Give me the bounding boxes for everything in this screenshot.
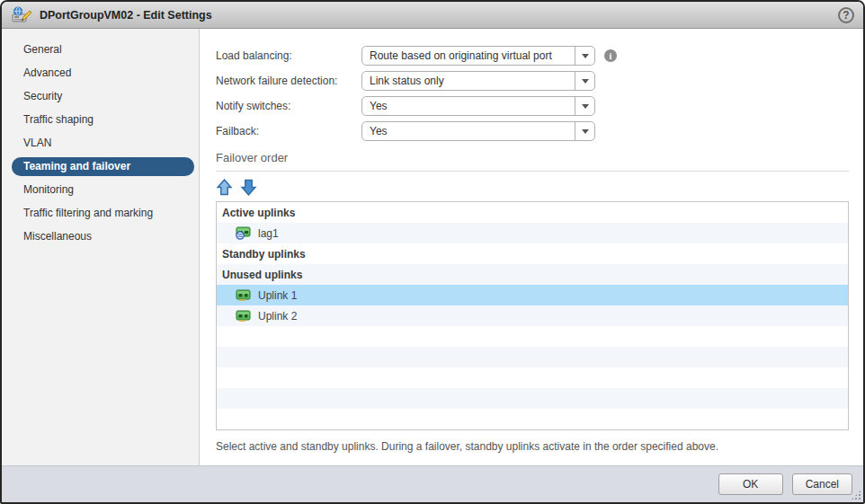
failback-label: Failback:: [216, 125, 361, 137]
notify-switches-row: Notify switches: Yes: [216, 93, 849, 119]
sidebar-item-miscellaneous[interactable]: Miscellaneous: [2, 225, 193, 248]
uplink-row-uplink2[interactable]: Uplink 2: [217, 305, 848, 326]
settings-sidebar: General Advanced Security Traffic shapin…: [2, 29, 200, 465]
failover-order-heading: Failover order: [216, 151, 849, 172]
sidebar-item-vlan[interactable]: VLAN: [2, 131, 193, 155]
failback-select[interactable]: Yes: [361, 121, 595, 141]
failover-order-toolbar: [216, 179, 849, 196]
failback-value: Yes: [362, 125, 575, 137]
dialog-footer: OK Cancel: [2, 465, 863, 502]
cancel-button[interactable]: Cancel: [792, 473, 852, 495]
load-balancing-row: Load balancing: Route based on originati…: [216, 43, 849, 68]
empty-row: [217, 409, 848, 429]
load-balancing-value: Route based on originating virtual port: [362, 49, 575, 62]
portgroup-edit-icon: [11, 6, 32, 24]
nic-icon: [236, 309, 251, 323]
up-arrow-icon: [216, 179, 233, 196]
sidebar-item-traffic-shaping[interactable]: Traffic shaping: [2, 108, 193, 131]
failover-hint-text: Select active and standby uplinks. Durin…: [216, 440, 849, 453]
network-failure-detection-value: Link status only: [362, 75, 575, 87]
nic-icon: [236, 288, 251, 302]
uplink-row-lag1[interactable]: lag1: [217, 223, 848, 243]
move-down-button[interactable]: [240, 179, 257, 196]
chevron-down-icon[interactable]: [575, 122, 594, 140]
empty-row: [217, 388, 848, 409]
notify-switches-value: Yes: [362, 100, 575, 112]
network-failure-detection-select[interactable]: Link status only: [361, 71, 595, 91]
ok-button[interactable]: OK: [718, 473, 783, 495]
notify-switches-label: Notify switches:: [216, 100, 361, 112]
load-balancing-select[interactable]: Route based on originating virtual port: [361, 46, 595, 66]
sidebar-item-teaming-and-failover[interactable]: Teaming and failover: [12, 157, 194, 176]
uplink-group-header: Active uplinks: [217, 202, 848, 223]
chevron-down-icon[interactable]: [575, 97, 594, 115]
empty-row: [217, 326, 848, 347]
teaming-failover-panel: Load balancing: Route based on originati…: [200, 29, 863, 465]
chevron-down-icon[interactable]: [575, 72, 594, 90]
sidebar-item-traffic-filtering[interactable]: Traffic filtering and marking: [2, 201, 193, 225]
dialog-body: General Advanced Security Traffic shapin…: [2, 29, 863, 465]
move-up-button[interactable]: [216, 179, 233, 196]
uplink-row-uplink1[interactable]: Uplink 1: [217, 285, 848, 305]
failback-row: Failback: Yes: [216, 119, 849, 144]
uplink-label: Uplink 1: [258, 289, 297, 302]
network-failure-detection-label: Network failure detection:: [216, 75, 361, 87]
empty-row: [217, 347, 848, 367]
help-icon[interactable]: ?: [838, 7, 854, 23]
dialog-title: DPortGroupVM02 - Edit Settings: [40, 9, 212, 22]
load-balancing-label: Load balancing:: [216, 49, 361, 62]
lag-icon: [236, 226, 251, 240]
uplink-group-header: Unused uplinks: [217, 264, 848, 285]
uplink-label: Uplink 2: [258, 310, 297, 323]
sidebar-item-security[interactable]: Security: [2, 84, 193, 108]
sidebar-item-monitoring[interactable]: Monitoring: [2, 178, 193, 201]
uplink-label: lag1: [258, 227, 279, 240]
dialog-titlebar: DPortGroupVM02 - Edit Settings ?: [2, 2, 863, 29]
empty-row: [217, 367, 848, 388]
info-icon[interactable]: i: [604, 49, 617, 62]
chevron-down-icon[interactable]: [575, 47, 594, 65]
network-failure-detection-row: Network failure detection: Link status o…: [216, 68, 849, 93]
sidebar-item-advanced[interactable]: Advanced: [2, 61, 193, 84]
uplink-group-header: Standby uplinks: [217, 243, 848, 264]
edit-settings-dialog: DPortGroupVM02 - Edit Settings ? General…: [0, 0, 865, 504]
failover-order-list: Active uplinks lag1: [216, 201, 849, 430]
notify-switches-select[interactable]: Yes: [361, 96, 595, 116]
down-arrow-icon: [240, 179, 257, 196]
sidebar-item-general[interactable]: General: [2, 38, 193, 61]
